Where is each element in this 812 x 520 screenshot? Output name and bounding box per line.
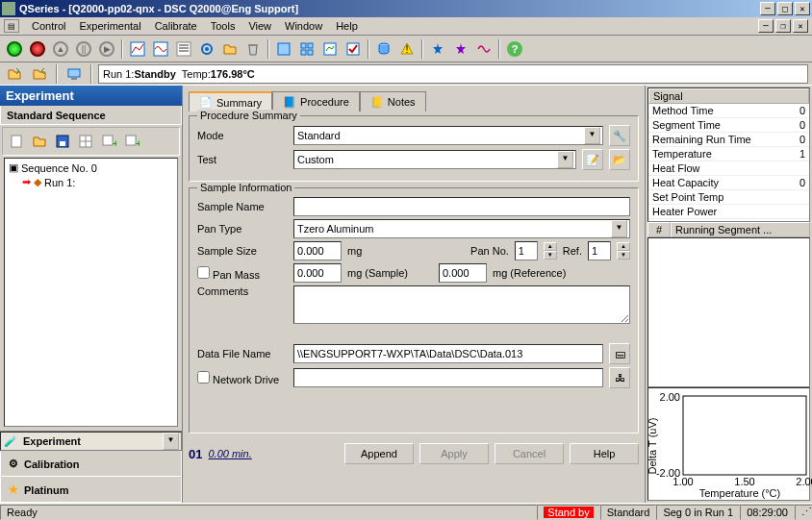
- menu-view[interactable]: View: [241, 18, 278, 34]
- pan-type-select[interactable]: Tzero Aluminum: [293, 219, 630, 238]
- nav-calibration[interactable]: ⚙ Calibration: [0, 451, 182, 477]
- wizard2-icon[interactable]: [450, 38, 471, 60]
- help-icon[interactable]: ?: [504, 38, 525, 60]
- save-seq-icon[interactable]: [52, 131, 73, 152]
- test-select[interactable]: Custom: [293, 150, 576, 169]
- stop-button[interactable]: [27, 38, 48, 60]
- nav-experiment[interactable]: 🧪 Experiment: [0, 432, 182, 451]
- pan-mass-checkbox[interactable]: [197, 266, 210, 279]
- close-button[interactable]: ✕: [795, 2, 810, 15]
- signal-row[interactable]: Remaining Run Time0: [648, 133, 809, 147]
- menu-window[interactable]: Window: [278, 18, 329, 34]
- pan-no-input[interactable]: [515, 241, 538, 260]
- apply-button[interactable]: Apply: [419, 443, 489, 464]
- list-icon[interactable]: [173, 38, 194, 60]
- maximize-button[interactable]: □: [777, 2, 793, 15]
- test-edit-button[interactable]: 📝: [582, 149, 603, 170]
- signal-row[interactable]: Heater Power: [648, 205, 809, 219]
- sequence-time[interactable]: 0.00 min.: [208, 448, 251, 459]
- mdi-restore-button[interactable]: ❐: [775, 19, 791, 33]
- sample-name-input[interactable]: [293, 197, 630, 216]
- data-file-input[interactable]: [293, 344, 603, 363]
- segment-body[interactable]: [647, 237, 810, 387]
- signal-header[interactable]: Signal: [648, 88, 809, 104]
- tab-notes[interactable]: 📒 Notes: [360, 91, 426, 111]
- sample-size-input[interactable]: [293, 241, 342, 260]
- network-drive-checkbox[interactable]: [197, 371, 210, 384]
- analyze-icon[interactable]: [319, 38, 341, 60]
- minimize-button[interactable]: ─: [760, 2, 775, 15]
- ref-spinner[interactable]: ▲▼: [617, 242, 630, 260]
- signal-row[interactable]: Heat Flow: [648, 161, 809, 176]
- test-open-button[interactable]: 📂: [609, 149, 630, 170]
- tab-summary[interactable]: 📄 Summary: [189, 91, 272, 111]
- computer-icon[interactable]: [63, 63, 85, 85]
- rewind-button[interactable]: ▲: [50, 38, 71, 60]
- app-menu-icon[interactable]: ▤: [4, 19, 19, 33]
- signal-row[interactable]: Segment Time0: [648, 118, 809, 133]
- realtime-plot[interactable]: Delta T (uV) Temperature (°C) 2.00 -2.00…: [647, 387, 810, 501]
- tree-sequence[interactable]: ▣ Sequence No. 0: [7, 161, 175, 175]
- signal-icon[interactable]: [473, 38, 495, 60]
- status-bar: Ready Stand by Standard Seg 0 in Run 1 0…: [0, 503, 812, 520]
- grid-icon[interactable]: [296, 38, 317, 60]
- nav-platinum[interactable]: ★ Platinum: [0, 477, 182, 503]
- warning-icon[interactable]: !: [396, 38, 418, 60]
- arrow-icon: ➡: [22, 176, 31, 188]
- help-button[interactable]: Help: [570, 443, 639, 464]
- chart2-icon[interactable]: [150, 38, 171, 60]
- resize-grip[interactable]: ⋰: [795, 505, 812, 520]
- mode-select[interactable]: Standard: [293, 126, 603, 145]
- mode-wizard-button[interactable]: 🔧: [609, 125, 630, 146]
- database-icon[interactable]: [373, 38, 394, 60]
- grid1-icon[interactable]: [75, 131, 96, 152]
- browse-file-button[interactable]: 🖴: [609, 343, 630, 364]
- sequence-tree[interactable]: ▣ Sequence No. 0 ➡ ◆ Run 1:: [4, 158, 178, 427]
- mdi-close-button[interactable]: ✕: [793, 19, 808, 33]
- main-toolbar: ▲ || ▶ ! ?: [0, 36, 812, 62]
- menu-help[interactable]: Help: [329, 18, 365, 34]
- comments-input[interactable]: [293, 285, 630, 324]
- check-icon[interactable]: [343, 38, 364, 60]
- folder-icon[interactable]: [219, 38, 241, 60]
- segment-col-num[interactable]: #: [647, 222, 671, 237]
- window1-icon[interactable]: [273, 38, 294, 60]
- signal-list[interactable]: Signal Method Time0Segment Time0Remainin…: [647, 87, 810, 222]
- trash-icon[interactable]: [242, 38, 264, 60]
- ref-input[interactable]: [588, 241, 611, 260]
- chart1-icon[interactable]: [127, 38, 148, 60]
- tree-run[interactable]: ➡ ◆ Run 1:: [7, 175, 175, 189]
- pan-mass-sample-input[interactable]: [293, 263, 342, 283]
- new-seq-icon[interactable]: [6, 131, 27, 152]
- browse-network-button[interactable]: 🖧: [609, 367, 630, 388]
- save-file-icon[interactable]: [29, 63, 50, 85]
- menu-control[interactable]: Control: [25, 18, 72, 34]
- open-seq-icon[interactable]: [29, 131, 50, 152]
- nav-calibration-label: Calibration: [24, 458, 79, 470]
- segment-col-desc[interactable]: Running Segment ...: [671, 222, 810, 237]
- grid-add2-icon[interactable]: +: [121, 131, 142, 152]
- play-button[interactable]: ▶: [96, 38, 117, 60]
- menu-calibrate[interactable]: Calibrate: [148, 18, 204, 34]
- svg-rect-11: [308, 43, 313, 48]
- tab-procedure[interactable]: 📘 Procedure: [272, 91, 360, 111]
- wizard1-icon[interactable]: [427, 38, 448, 60]
- signal-row[interactable]: Method Time0: [648, 104, 809, 118]
- signal-row[interactable]: Temperature1: [648, 147, 809, 161]
- signal-row[interactable]: Heat Capacity0: [648, 176, 809, 190]
- gear-icon[interactable]: [196, 38, 217, 60]
- network-drive-input[interactable]: [293, 368, 603, 387]
- pan-mass-ref-input[interactable]: [439, 263, 487, 283]
- mdi-minimize-button[interactable]: ─: [758, 19, 774, 33]
- menu-experimental[interactable]: Experimental: [72, 18, 147, 34]
- start-button[interactable]: [4, 38, 25, 60]
- cancel-button[interactable]: Cancel: [495, 443, 564, 464]
- status-standard: Standard: [600, 505, 657, 520]
- open-file-icon[interactable]: [4, 63, 25, 85]
- menu-tools[interactable]: Tools: [204, 18, 242, 34]
- grid-add-icon[interactable]: +: [98, 131, 119, 152]
- append-button[interactable]: Append: [344, 443, 414, 464]
- signal-row[interactable]: Set Point Temp: [648, 190, 809, 205]
- pause-button[interactable]: ||: [73, 38, 94, 60]
- pan-no-spinner[interactable]: ▲▼: [544, 242, 557, 260]
